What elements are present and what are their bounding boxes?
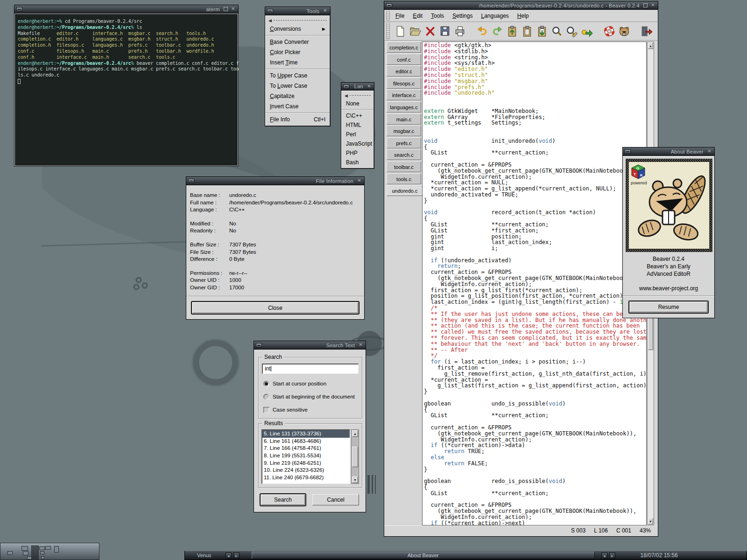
toolbar-grip[interactable]	[386, 23, 390, 39]
jump-to-line-icon[interactable]	[581, 25, 593, 37]
cancel-button[interactable]: Cancel	[312, 494, 359, 505]
pager-window[interactable]	[23, 551, 28, 555]
tasklist-next-icon[interactable]: ►	[609, 553, 615, 559]
file-tab[interactable]: main.c	[387, 113, 421, 125]
resume-button[interactable]: Resume	[628, 301, 709, 314]
file-tab[interactable]: completion.c	[387, 42, 421, 53]
scroll-down-icon[interactable]: ▼	[352, 476, 358, 483]
scroll-down-icon[interactable]: ▼	[648, 518, 653, 525]
menu-item-invert-case[interactable]: Invert Case	[266, 101, 330, 112]
file-tab[interactable]: interface.c	[387, 89, 421, 100]
pager-window[interactable]	[21, 546, 28, 551]
beaver-titlebar[interactable]: /home/ender/Programs/beaver-0.2.4/src/un…	[384, 1, 658, 10]
print-icon[interactable]	[454, 25, 466, 37]
file-info-titlebar[interactable]: File Information ✕	[186, 177, 364, 185]
workspace-label[interactable]: Venus	[197, 553, 211, 558]
workspace-next-icon[interactable]: ►	[233, 553, 240, 559]
menu-item-color-picker[interactable]: Color Picker	[266, 47, 330, 57]
scrollbar-thumb[interactable]	[352, 447, 358, 467]
menubar-grip[interactable]	[386, 11, 390, 21]
menu-item-file-info[interactable]: File Info Ctl+I	[266, 114, 330, 125]
tearoff-handle[interactable]: ◀	[342, 92, 374, 99]
result-item[interactable]: 8. Line 199 (5531-5534)	[262, 452, 350, 460]
radio-start-at-beginning[interactable]	[263, 394, 269, 400]
menu-edit[interactable]: Edit	[413, 13, 423, 19]
result-item[interactable]: 7. Line 166 (4758-4761)	[262, 445, 350, 452]
file-tab[interactable]: prefs.c	[387, 137, 421, 148]
menu-item-base-converter[interactable]: Base Converter	[266, 37, 330, 47]
open-file-icon[interactable]	[409, 25, 421, 37]
menu-item-conversions[interactable]: Conversions ▶	[266, 24, 330, 34]
menu-help[interactable]: Help	[517, 13, 529, 19]
file-tab[interactable]: msgbar.c	[387, 125, 421, 136]
result-item[interactable]: 11. Line 240 (6679-6682)	[262, 474, 350, 482]
result-item[interactable]: 6. Line 161 (4683-4686)	[262, 438, 350, 445]
help-icon[interactable]	[603, 25, 615, 37]
close-file-icon[interactable]	[424, 25, 436, 37]
pager-window[interactable]	[54, 546, 59, 553]
workspace-pager[interactable]	[0, 543, 99, 560]
new-file-icon[interactable]	[394, 25, 406, 37]
redo-icon[interactable]	[491, 25, 503, 37]
close-icon[interactable]: ✕	[230, 6, 236, 12]
scroll-up-icon[interactable]: ▲	[352, 430, 358, 437]
menu-settings[interactable]: Settings	[452, 13, 472, 19]
result-item[interactable]: 9. Line 219 (6248-6251)	[262, 460, 350, 467]
file-tab[interactable]: conf.c	[387, 54, 421, 65]
menu-item-insert-time[interactable]: Insert Time	[266, 57, 330, 68]
search-input[interactable]: int	[262, 364, 359, 374]
menu-item-to-lower-case[interactable]: To Lower Case	[266, 81, 330, 91]
menu-file[interactable]: File	[395, 13, 404, 19]
maximize-button[interactable]	[643, 3, 648, 7]
search-titlebar[interactable]: Search Text ✕	[254, 341, 366, 350]
close-icon[interactable]: ✕	[366, 84, 372, 90]
about-beaver-icon[interactable]	[618, 25, 630, 37]
aterm-titlebar[interactable]: aterm ✕	[14, 5, 238, 14]
results-list[interactable]: 5. Line 131 (3733-3736) 6. Line 161 (468…	[261, 429, 350, 484]
close-icon[interactable]: ✕	[358, 342, 364, 348]
tasklist-prev-icon[interactable]: ◄	[601, 553, 607, 559]
results-scrollbar[interactable]: ▲ ▼	[351, 429, 359, 484]
menu-item-none[interactable]: None	[342, 99, 374, 108]
save-file-icon[interactable]	[439, 25, 451, 37]
menu-item-perl[interactable]: Perl	[342, 130, 374, 139]
window-menu-button[interactable]	[625, 149, 631, 154]
pager-window[interactable]	[31, 546, 39, 560]
pager-window[interactable]	[45, 546, 51, 550]
find-icon[interactable]	[551, 25, 563, 37]
file-tab[interactable]: search.c	[387, 149, 421, 160]
workspace-prev-icon[interactable]: ◄	[226, 553, 232, 559]
about-titlebar[interactable]: About Beaver ✕	[623, 147, 714, 156]
pager-window[interactable]	[7, 551, 13, 555]
maximize-button[interactable]	[224, 7, 228, 11]
window-menu-button[interactable]	[343, 84, 349, 89]
languages-menu-titlebar[interactable]: Lan ✕	[341, 83, 374, 91]
code-editor[interactable]: #include <gtk/gtk.h>#include <stdlib.h>#…	[422, 42, 647, 525]
file-tab[interactable]: filesops.c	[387, 77, 421, 89]
menu-item-to-upper-case[interactable]: To Upper Case	[266, 70, 330, 81]
tools-menu-titlebar[interactable]: Tools ✕	[265, 7, 330, 15]
close-icon[interactable]: ✕	[650, 2, 656, 8]
pager-window[interactable]	[41, 556, 44, 559]
window-menu-button[interactable]	[386, 3, 392, 7]
cut-icon[interactable]	[506, 25, 518, 37]
paste-icon[interactable]	[536, 25, 548, 37]
quit-icon[interactable]	[641, 25, 653, 37]
window-menu-button[interactable]	[16, 7, 22, 11]
close-icon[interactable]: ✕	[356, 178, 362, 184]
menu-item-c-cpp[interactable]: C\C++	[342, 111, 374, 120]
menu-languages[interactable]: Languages	[481, 13, 508, 19]
search-button[interactable]: Search	[260, 493, 306, 506]
window-menu-button[interactable]	[256, 343, 262, 347]
file-tab[interactable]: tools.c	[387, 173, 421, 184]
menu-item-html[interactable]: HTML	[342, 120, 374, 130]
pager-window[interactable]	[40, 551, 44, 554]
window-menu-button[interactable]	[267, 9, 273, 13]
file-tab[interactable]: languages.c	[387, 101, 421, 112]
close-icon[interactable]: ✕	[322, 8, 328, 14]
close-button[interactable]: Close	[191, 301, 359, 315]
taskbar-window-button[interactable]: About Beaver	[252, 552, 595, 559]
undo-icon[interactable]	[476, 25, 488, 37]
find-replace-icon[interactable]	[566, 25, 578, 37]
menu-item-php[interactable]: PHP	[342, 148, 374, 158]
